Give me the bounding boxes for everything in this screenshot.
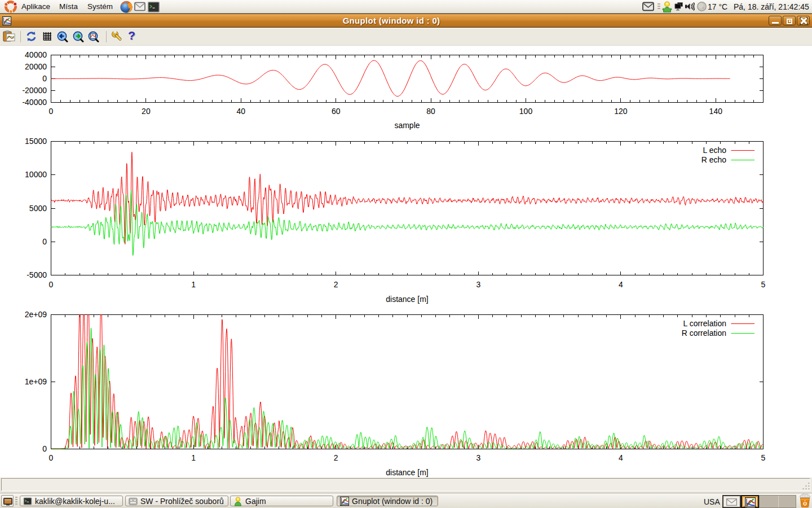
svg-text:20000: 20000 xyxy=(25,62,47,71)
svg-text:3: 3 xyxy=(476,453,480,462)
svg-text:1: 1 xyxy=(191,453,196,462)
svg-text:5000: 5000 xyxy=(29,204,47,213)
svg-text:distance [m]: distance [m] xyxy=(386,295,428,304)
svg-text:2: 2 xyxy=(334,453,338,462)
svg-text:10000: 10000 xyxy=(25,170,47,179)
svg-text:0: 0 xyxy=(49,280,54,289)
svg-text:0: 0 xyxy=(49,107,54,116)
svg-text:sample: sample xyxy=(394,121,420,130)
svg-text:0: 0 xyxy=(42,237,47,246)
svg-text:-40000: -40000 xyxy=(22,98,47,107)
svg-text:40000: 40000 xyxy=(25,50,47,59)
svg-text:4: 4 xyxy=(619,280,623,289)
svg-text:1e+09: 1e+09 xyxy=(25,377,47,386)
svg-text:3: 3 xyxy=(476,280,480,289)
svg-text:4: 4 xyxy=(619,453,623,462)
svg-text:R correlation: R correlation xyxy=(682,329,726,338)
svg-text:0: 0 xyxy=(42,444,47,453)
svg-text:1: 1 xyxy=(191,280,196,289)
svg-text:L correlation: L correlation xyxy=(683,319,726,328)
svg-text:distance [m]: distance [m] xyxy=(386,468,428,477)
svg-text:L echo: L echo xyxy=(703,146,726,155)
svg-text:120: 120 xyxy=(614,107,628,116)
svg-text:20: 20 xyxy=(142,107,151,116)
svg-text:140: 140 xyxy=(709,107,723,116)
svg-text:80: 80 xyxy=(426,107,435,116)
svg-text:60: 60 xyxy=(332,107,341,116)
svg-text:-20000: -20000 xyxy=(22,86,47,95)
svg-text:15000: 15000 xyxy=(25,137,47,146)
svg-text:2e+09: 2e+09 xyxy=(25,310,47,319)
svg-text:R echo: R echo xyxy=(701,155,727,164)
svg-text:0: 0 xyxy=(49,453,54,462)
svg-text:40: 40 xyxy=(237,107,246,116)
svg-text:5: 5 xyxy=(761,280,766,289)
svg-text:0: 0 xyxy=(42,74,47,83)
svg-text:-5000: -5000 xyxy=(27,270,47,279)
svg-text:5: 5 xyxy=(761,453,766,462)
svg-text:100: 100 xyxy=(519,107,533,116)
svg-text:2: 2 xyxy=(334,280,338,289)
